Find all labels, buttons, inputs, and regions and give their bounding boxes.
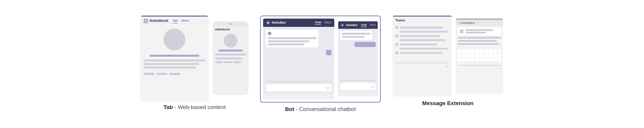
diamond-icon [266,20,270,25]
key-5[interactable] [475,50,479,53]
send-icon: ▷ [327,86,330,90]
chat-input-bar[interactable]: ▷ [266,84,332,91]
bot-bubble-line-2 [268,40,309,42]
bot-win2-input[interactable]: ▷ [340,83,376,90]
tab-about[interactable]: About [181,19,189,23]
bot-win2-chat[interactable]: Chat [361,23,367,27]
bot-bubble-line-1 [268,37,316,39]
bot-win2-line-2 [342,36,365,38]
window-accent-bar [141,16,208,16]
key-21[interactable] [458,58,462,62]
key-25[interactable] [475,58,479,62]
key-7[interactable] [484,50,488,53]
msg-mobile-underline [458,65,501,66]
bot-chat-tab[interactable]: Chat [315,21,321,25]
key-13[interactable] [466,54,470,57]
placeholder-buttons-row [144,73,205,75]
bot-mobile-window: HelloBot Chat More ▷ [338,21,378,96]
sidebar-line-1 [400,27,443,28]
msg-label: Message Extension [422,100,474,106]
msg-windows: Teams [392,16,503,96]
key-18[interactable] [488,54,492,57]
key-28[interactable] [488,58,492,62]
sidebar-icon-1 [395,26,398,29]
sidebar-line-6 [400,48,448,50]
back-icon[interactable]: ‹ [458,21,459,24]
mobile-indicator [230,23,232,25]
mobile-bar-1 [215,62,223,63]
tab-label-bold: Tab [164,104,173,110]
chat-spacer [266,58,332,78]
key-4[interactable] [471,50,475,53]
key-22[interactable] [462,58,466,62]
key-27[interactable] [484,58,488,62]
mobile-status-bar [213,22,248,26]
msg-mobile-send-icon: ▷ [499,67,501,70]
sidebar-line-2 [400,31,448,32]
keyboard-area [458,48,501,62]
key-26[interactable] [480,58,484,62]
mobile-line-1 [215,54,246,56]
placeholder-line-1 [144,60,205,62]
key-8[interactable] [488,50,492,53]
mobile-avatar [224,34,238,48]
mobile-title [218,50,243,52]
key-14[interactable] [471,54,475,57]
bot-win2-send-icon: ▷ [372,85,374,88]
msg-ext-app-icon [459,29,464,34]
key-15[interactable] [475,54,479,57]
bot-about-tab[interactable]: About [324,21,332,25]
placeholder-bar-2 [156,73,167,75]
key-19[interactable] [493,54,497,57]
msg-ext-card [458,28,501,35]
key-1[interactable] [458,50,462,53]
tab-label-rest: - Web-based content [173,104,226,110]
msg-mobile-title: HelloMsgExt [460,21,475,24]
key-29[interactable] [493,58,497,62]
bot-section: HelloBot Chat About [260,16,381,112]
msg-mobile-body: ▷ [456,26,503,71]
msg-mobile-line-3 [458,43,499,45]
mobile-bar-2 [224,62,232,63]
key-24[interactable] [471,58,475,62]
tab-tab-active[interactable]: Tab [173,19,178,23]
msg-label-bold: Message Extension [422,100,474,106]
msg-mobile-window: ‹ HelloMsgExt [456,18,503,94]
key-12[interactable] [462,54,466,57]
msg-send-icon: ▷ [447,65,449,68]
key-30[interactable] [498,58,501,62]
sidebar-item-2 [395,34,449,37]
bot-win2-more[interactable]: More [370,23,376,27]
bot-windows: HelloBot Chat About [260,16,381,102]
bot-win2-name: HelloBot [346,24,358,27]
sidebar-icon-3 [395,43,398,46]
mobile-body [213,32,248,65]
msg-input-send: ▷ [395,65,449,68]
key-23[interactable] [466,58,470,62]
sidebar-line-3 [400,35,440,37]
bot-bubble-icon [268,32,272,35]
bot-win2-icon [340,23,344,27]
key-3[interactable] [466,50,470,53]
key-2[interactable] [462,50,466,53]
sidebar-item-3 [395,43,449,46]
key-17[interactable] [484,54,488,57]
key-11[interactable] [458,54,462,57]
mobile-app-name: HelloWorld [213,26,248,32]
avatar-placeholder [164,29,185,50]
sidebar-icon-2 [395,34,398,37]
avatar-area [144,29,205,50]
msg-mobile-line-1 [458,37,501,38]
tab-windows: HelloWorld Tab About [141,16,248,100]
key-20[interactable] [498,54,501,57]
key-9[interactable] [493,50,497,53]
tab-win1-body [141,24,208,78]
key-10[interactable] [498,50,501,53]
key-16[interactable] [480,54,484,57]
mobile-avatar-area [215,34,246,48]
grid-icon [144,19,148,23]
bot-bubble-diamond-inner [269,32,270,34]
msg-underline [395,62,449,63]
bot-win2-bubble [340,31,372,40]
key-6[interactable] [480,50,484,53]
